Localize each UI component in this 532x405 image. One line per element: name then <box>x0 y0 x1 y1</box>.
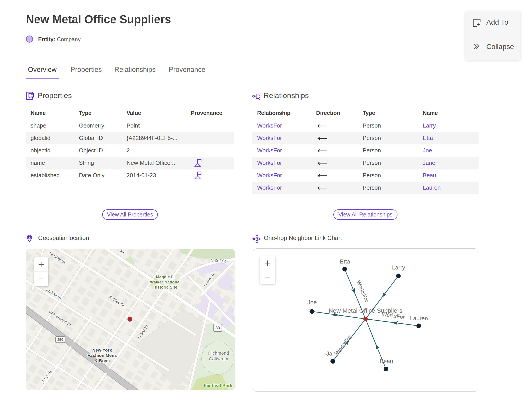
svg-text:& Boys: & Boys <box>95 358 110 363</box>
svg-text:New York: New York <box>93 348 112 352</box>
svg-text:Beau: Beau <box>380 358 393 364</box>
svg-text:Lauren: Lauren <box>410 315 428 322</box>
svg-text:Richmond: Richmond <box>208 351 229 356</box>
svg-text:Festival Park: Festival Park <box>204 383 233 388</box>
svg-text:Etta: Etta <box>340 258 350 265</box>
svg-text:Maggie L.: Maggie L. <box>156 275 175 279</box>
svg-text:Fashion Mens: Fashion Mens <box>87 353 117 358</box>
svg-text:Historic Site: Historic Site <box>153 285 178 290</box>
svg-text:Walker National: Walker National <box>150 280 181 284</box>
svg-text:Coliseum: Coliseum <box>209 357 228 361</box>
svg-text:33: 33 <box>215 326 220 330</box>
svg-text:Larry: Larry <box>392 264 405 271</box>
svg-text:Joe: Joe <box>307 299 317 306</box>
svg-text:250: 250 <box>57 338 63 342</box>
